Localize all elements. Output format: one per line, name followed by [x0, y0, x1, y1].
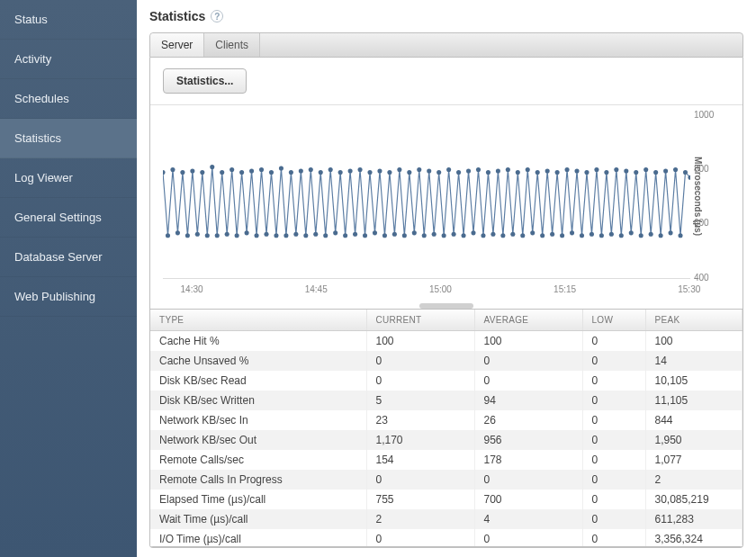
tab-label: Clients — [215, 39, 248, 51]
svg-point-104 — [673, 167, 678, 172]
sidebar-item-statistics[interactable]: Statistics — [0, 119, 137, 158]
table-row[interactable]: Remote Calls In Progress0002 — [150, 470, 742, 490]
table-row[interactable]: Wait Time (µs)/call240611,283 — [150, 509, 742, 529]
x-tick: 15:30 — [678, 284, 700, 294]
svg-point-53 — [422, 233, 427, 238]
svg-point-79 — [550, 232, 554, 237]
sidebar-item-general-settings[interactable]: General Settings — [0, 198, 137, 238]
cell-average: 700 — [474, 490, 582, 509]
chart-svg — [163, 114, 690, 273]
svg-point-44 — [377, 168, 382, 173]
cell-type: Network KB/sec Out — [150, 430, 366, 450]
svg-point-103 — [669, 230, 673, 235]
tab-server[interactable]: Server — [150, 33, 204, 57]
sidebar-item-label: Database Server — [14, 250, 103, 264]
x-tick: 15:15 — [554, 284, 576, 294]
svg-point-37 — [343, 233, 347, 238]
sidebar-item-status[interactable]: Status — [0, 0, 137, 40]
sidebar-item-schedules[interactable]: Schedules — [0, 79, 137, 119]
sidebar-item-database-server[interactable]: Database Server — [0, 238, 137, 277]
svg-point-10 — [210, 165, 214, 169]
svg-point-71 — [510, 232, 515, 237]
table-row[interactable]: I/O Time (µs)/call0003,356,324 — [150, 529, 742, 548]
cell-peak: 844 — [645, 410, 742, 430]
svg-point-85 — [580, 233, 584, 238]
svg-point-60 — [456, 170, 461, 175]
table-row[interactable]: Disk KB/sec Read00010,105 — [150, 371, 742, 391]
svg-point-98 — [644, 167, 648, 172]
stats-table: TYPE CURRENT AVERAGE LOW PEAK Cache Hit … — [150, 310, 742, 548]
help-icon[interactable]: ? — [211, 10, 223, 22]
svg-point-34 — [328, 167, 333, 172]
svg-point-48 — [397, 167, 401, 172]
cell-average: 0 — [474, 529, 582, 548]
sidebar-item-log-viewer[interactable]: Log Viewer — [0, 158, 137, 198]
svg-point-63 — [471, 230, 475, 235]
svg-point-102 — [663, 168, 668, 173]
svg-point-100 — [653, 170, 658, 175]
cell-peak: 611,283 — [645, 509, 742, 529]
cell-average: 0 — [474, 470, 582, 490]
col-header-type[interactable]: TYPE — [150, 310, 366, 331]
col-header-current[interactable]: CURRENT — [366, 310, 474, 331]
tab-label: Server — [161, 39, 193, 51]
col-header-average[interactable]: AVERAGE — [474, 310, 582, 331]
svg-point-93 — [619, 233, 624, 238]
sidebar-item-label: Status — [14, 13, 48, 26]
svg-point-38 — [348, 168, 353, 173]
col-header-peak[interactable]: PEAK — [645, 310, 742, 331]
main-panel: Statistics ? Server Clients Statistics..… — [137, 0, 756, 557]
cell-average: 26 — [474, 410, 582, 430]
cell-current: 100 — [366, 330, 474, 351]
table-row[interactable]: Disk KB/sec Written594011,105 — [150, 391, 742, 410]
svg-point-59 — [452, 232, 456, 237]
sidebar-item-activity[interactable]: Activity — [0, 40, 137, 79]
svg-point-65 — [481, 233, 485, 238]
svg-point-52 — [417, 167, 421, 172]
y-tick: 1000 — [694, 110, 714, 120]
svg-point-50 — [407, 170, 411, 175]
sidebar-item-web-publishing[interactable]: Web Publishing — [0, 277, 137, 317]
svg-point-72 — [516, 170, 520, 175]
svg-point-28 — [299, 168, 303, 173]
svg-point-11 — [215, 233, 220, 238]
table-header-row: TYPE CURRENT AVERAGE LOW PEAK — [150, 310, 742, 331]
statistics-button[interactable]: Statistics... — [163, 68, 247, 94]
svg-point-61 — [462, 233, 466, 238]
svg-point-55 — [432, 232, 436, 237]
cell-type: Network KB/sec In — [150, 410, 366, 430]
svg-point-21 — [264, 232, 268, 237]
cell-average: 94 — [474, 391, 582, 410]
svg-point-56 — [436, 170, 441, 175]
svg-point-17 — [245, 230, 249, 235]
chart-body[interactable] — [163, 114, 690, 279]
cell-peak: 10,105 — [645, 371, 742, 391]
col-header-low[interactable]: LOW — [582, 310, 645, 331]
svg-point-24 — [279, 166, 284, 171]
svg-point-62 — [466, 168, 471, 173]
tab-clients[interactable]: Clients — [204, 33, 260, 57]
sidebar-item-label: Web Publishing — [14, 290, 95, 303]
svg-point-41 — [363, 233, 367, 238]
table-row[interactable]: Cache Unsaved %00014 — [150, 351, 742, 371]
svg-point-78 — [545, 168, 550, 173]
table-row[interactable]: Network KB/sec Out1,17095601,950 — [150, 430, 742, 450]
toolbar: Statistics... — [150, 58, 742, 105]
cell-current: 0 — [366, 351, 474, 371]
table-row[interactable]: Network KB/sec In23260844 — [150, 410, 742, 430]
x-tick: 15:00 — [429, 284, 452, 294]
cell-low: 0 — [582, 490, 645, 509]
cell-current: 1,170 — [366, 430, 474, 450]
cell-average: 178 — [474, 450, 582, 470]
svg-point-106 — [683, 170, 688, 175]
cell-current: 0 — [366, 470, 474, 490]
table-row[interactable]: Remote Calls/sec15417801,077 — [150, 450, 742, 470]
svg-point-27 — [293, 232, 298, 237]
table-row[interactable]: Elapsed Time (µs)/call755700030,085,219 — [150, 490, 742, 509]
cell-type: Cache Hit % — [150, 330, 366, 351]
cell-peak: 3,356,324 — [645, 529, 742, 548]
table-row[interactable]: Cache Hit %1001000100 — [150, 330, 742, 351]
svg-point-69 — [500, 233, 505, 238]
svg-point-54 — [427, 168, 431, 173]
cell-type: Elapsed Time (µs)/call — [150, 490, 366, 509]
